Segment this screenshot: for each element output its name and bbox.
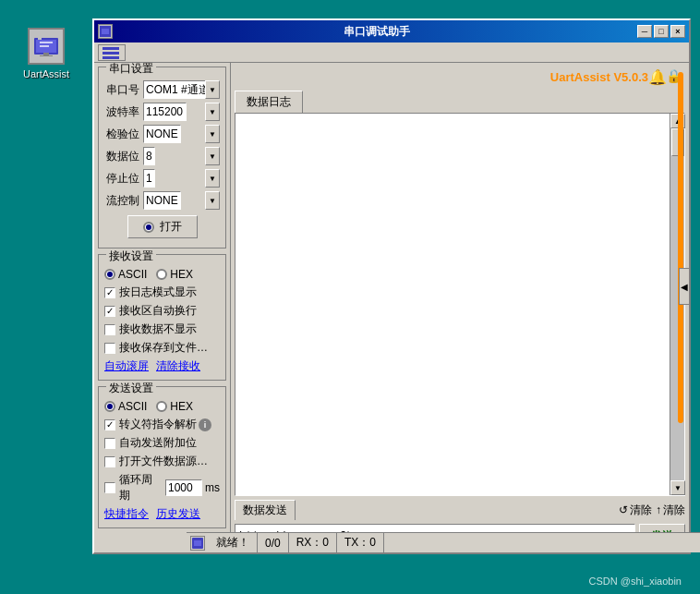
svg-rect-6 — [40, 55, 53, 56]
check-auto-add[interactable]: 自动发送附加位 — [104, 435, 220, 451]
data-bits-select[interactable]: 8 — [143, 147, 155, 165]
open-port-button[interactable]: 打开 — [127, 215, 198, 238]
parity-row: 检验位 NONE ▼ — [104, 125, 220, 143]
svg-rect-5 — [43, 53, 49, 55]
clear-receive-link[interactable]: 清除接收 — [156, 358, 200, 374]
baud-select[interactable]: 115200 — [143, 103, 187, 121]
clear-send-label: 清除 — [663, 503, 685, 518]
right-panel: UartAssist V5.0.3 🔔 🔒 数据日志 ▲ — [231, 63, 689, 552]
receive-ascii-option[interactable]: ASCII — [104, 268, 147, 281]
flow-row: 流控制 NONE ▼ — [104, 191, 220, 210]
svg-rect-4 — [40, 45, 49, 47]
title-buttons: ─ □ × — [637, 25, 685, 38]
send-ascii-label: ASCII — [118, 400, 147, 413]
shortcut-link[interactable]: 快捷指令 — [104, 506, 149, 522]
parity-select-arrow: ▼ — [205, 125, 220, 143]
escape-info-icon[interactable]: i — [199, 418, 211, 431]
bell-icon[interactable]: 🔔 — [648, 68, 667, 86]
log-tab[interactable]: 数据日志 — [235, 91, 303, 113]
send-ascii-radio — [104, 401, 115, 412]
cycle-input[interactable] — [165, 479, 202, 496]
uart-assist-icon — [28, 28, 65, 65]
svg-rect-11 — [103, 56, 119, 59]
svg-rect-8 — [102, 29, 109, 34]
auto-wrap-checkbox[interactable]: ✓ — [104, 306, 115, 317]
baud-select-wrapper: 115200 ▼ — [143, 103, 220, 121]
status-bar: 就绪！ 0/0 RX：0 TX：0 复位计数 — [187, 532, 700, 552]
stop-bits-select-arrow: ▼ — [205, 169, 220, 188]
flow-select-wrapper: NONE ▼ — [143, 191, 220, 210]
log-mode-checkbox[interactable]: ✓ — [104, 287, 115, 298]
upload-icon: ↑ — [656, 503, 661, 516]
auto-wrap-label: 接收区自动换行 — [119, 303, 197, 319]
data-bits-select-wrapper: 8 ▼ — [143, 147, 220, 165]
stop-bits-label: 停止位 — [104, 171, 139, 187]
window-title: 串口调试助手 — [116, 24, 637, 40]
send-links: 快捷指令 历史发送 — [104, 506, 220, 522]
send-ascii-option[interactable]: ASCII — [104, 400, 147, 413]
send-hex-label: HEX — [170, 400, 193, 413]
maximize-button[interactable]: □ — [654, 25, 669, 38]
ratio-label: 0/0 — [265, 537, 281, 550]
ratio-status: 0/0 — [258, 533, 289, 552]
collapse-panel-arrow[interactable]: ◀ — [679, 268, 689, 305]
check-cycle[interactable]: 循环周期 ms — [104, 472, 220, 503]
check-save-file[interactable]: 接收保存到文件… — [104, 340, 220, 356]
check-auto-wrap[interactable]: ✓ 接收区自动换行 — [104, 303, 220, 319]
send-tab[interactable]: 数据发送 — [235, 500, 296, 520]
minimize-button[interactable]: ─ — [637, 25, 652, 38]
open-port-label: 打开 — [160, 219, 182, 235]
baud-select-arrow: ▼ — [205, 103, 220, 121]
open-file-checkbox[interactable] — [104, 456, 115, 467]
uart-assist-desktop-icon[interactable]: UartAssist — [18, 28, 74, 79]
receive-hex-label: HEX — [170, 268, 193, 281]
check-escape[interactable]: ✓ 转义符指令解析 i — [104, 417, 220, 432]
check-no-display[interactable]: 接收数据不显示 — [104, 321, 220, 337]
data-bits-label: 数据位 — [104, 149, 139, 164]
svg-rect-9 — [103, 47, 119, 50]
menu-icon[interactable] — [98, 44, 126, 61]
flow-select-arrow: ▼ — [205, 191, 220, 210]
receive-encoding-group: ASCII HEX — [104, 268, 220, 281]
baud-row: 波特率 115200 ▼ — [104, 103, 220, 121]
receive-hex-option[interactable]: HEX — [156, 268, 193, 281]
send-hex-option[interactable]: HEX — [156, 400, 193, 413]
cycle-checkbox[interactable] — [104, 482, 115, 493]
auto-add-checkbox[interactable] — [104, 438, 115, 449]
bottom-brand: CSDN @shi_xiaobin — [589, 576, 682, 587]
no-display-checkbox[interactable] — [104, 324, 115, 335]
flow-select[interactable]: NONE — [143, 191, 181, 210]
left-panel: 串口设置 串口号 COM1 #通道 ▼ 波特率 — [94, 63, 231, 552]
check-open-file[interactable]: 打开文件数据源… — [104, 454, 220, 469]
open-indicator-inner — [146, 224, 151, 230]
port-select[interactable]: COM1 #通道 — [143, 80, 212, 99]
port-select-wrapper: COM1 #通道 ▼ — [143, 80, 220, 99]
log-mode-label: 按日志模式显示 — [119, 285, 197, 300]
auto-add-label: 自动发送附加位 — [119, 435, 197, 451]
history-link[interactable]: 历史发送 — [156, 506, 200, 522]
clear-log-button[interactable]: ↺ 清除 — [619, 503, 652, 518]
stop-bits-select-wrapper: 1 ▼ — [143, 169, 220, 188]
ready-status: 就绪！ — [209, 533, 258, 552]
tx-status: TX：0 — [337, 533, 384, 552]
clear-send-button[interactable]: ↑ 清除 — [656, 503, 685, 518]
parity-select[interactable]: NONE — [143, 125, 181, 143]
status-icon — [190, 536, 205, 551]
close-button[interactable]: × — [670, 25, 685, 38]
no-display-label: 接收数据不显示 — [119, 321, 197, 337]
receive-hex-radio — [156, 269, 167, 280]
title-icon — [98, 24, 113, 39]
auto-scroll-link[interactable]: 自动滚屏 — [104, 358, 149, 374]
save-file-checkbox[interactable] — [104, 343, 115, 354]
open-file-label: 打开文件数据源… — [119, 454, 208, 469]
stop-bits-select[interactable]: 1 — [143, 169, 155, 188]
baud-label: 波特率 — [104, 104, 139, 120]
check-log-mode[interactable]: ✓ 按日志模式显示 — [104, 285, 220, 300]
log-textarea[interactable] — [235, 114, 670, 495]
data-bits-row: 数据位 8 ▼ — [104, 147, 220, 165]
escape-checkbox[interactable]: ✓ — [104, 419, 115, 430]
refresh-icon: ↺ — [619, 503, 628, 516]
svg-rect-3 — [40, 42, 53, 43]
receive-links: 自动滚屏 清除接收 — [104, 358, 220, 374]
scroll-down-button[interactable]: ▼ — [670, 480, 685, 495]
